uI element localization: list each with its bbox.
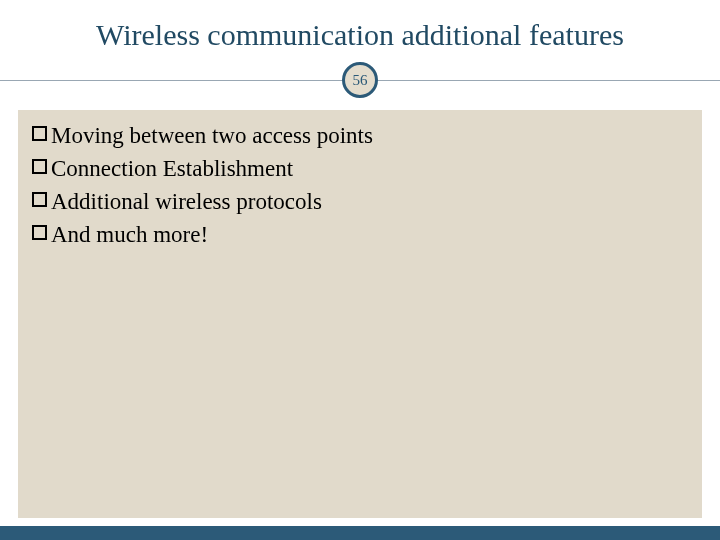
list-item-text: And much more! bbox=[51, 219, 208, 250]
list-item: And much more! bbox=[32, 219, 688, 250]
list-item-text: Moving between two access points bbox=[51, 120, 373, 151]
page-number-badge: 56 bbox=[342, 62, 378, 98]
slide-body: Moving between two access points Connect… bbox=[18, 110, 702, 518]
list-item-text: Additional wireless protocols bbox=[51, 186, 322, 217]
slide-title: Wireless communication additional featur… bbox=[0, 0, 720, 62]
slide: Wireless communication additional featur… bbox=[0, 0, 720, 540]
list-item-text: Connection Establishment bbox=[51, 153, 293, 184]
bullet-list: Moving between two access points Connect… bbox=[18, 110, 702, 262]
square-bullet-icon bbox=[32, 192, 47, 207]
footer-accent-bar bbox=[0, 526, 720, 540]
list-item: Additional wireless protocols bbox=[32, 186, 688, 217]
title-divider: 56 bbox=[0, 62, 720, 102]
square-bullet-icon bbox=[32, 159, 47, 174]
list-item: Connection Establishment bbox=[32, 153, 688, 184]
list-item: Moving between two access points bbox=[32, 120, 688, 151]
square-bullet-icon bbox=[32, 126, 47, 141]
square-bullet-icon bbox=[32, 225, 47, 240]
